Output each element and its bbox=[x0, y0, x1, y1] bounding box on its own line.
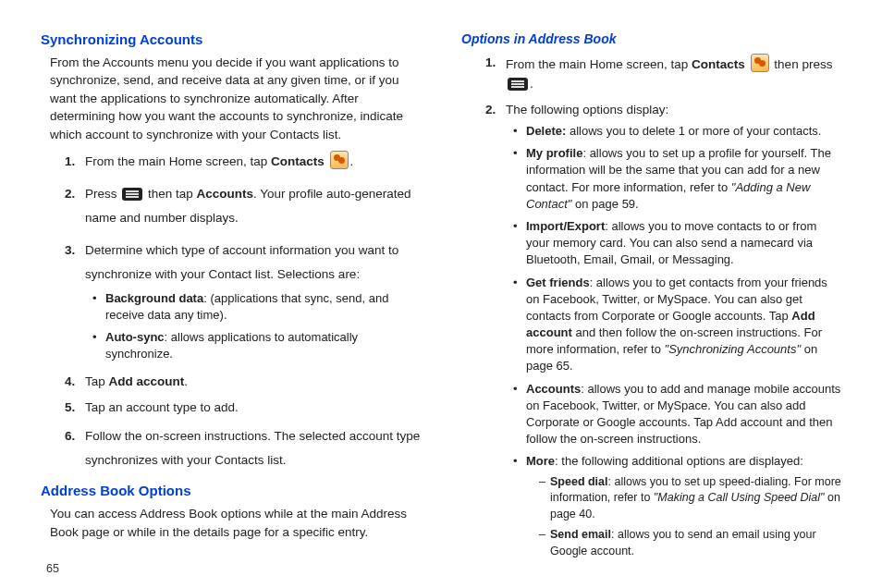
menu-icon bbox=[508, 78, 528, 91]
label: Import/Export bbox=[526, 219, 605, 233]
text: . bbox=[350, 154, 354, 168]
dash-speed-dial: Speed dial: allows you to set up speed-d… bbox=[539, 474, 841, 523]
text: Tap an account type to add. bbox=[85, 400, 239, 414]
heading-address-book-options: Address Book Options bbox=[41, 481, 421, 501]
text: then tap bbox=[144, 187, 196, 201]
options-bullets: Delete: allows you to delete 1 or more o… bbox=[506, 123, 841, 559]
sync-step-3: Determine which type of account informat… bbox=[65, 239, 421, 362]
add-account-label: Add account bbox=[109, 374, 185, 388]
bullet-my-profile: My profile: allows you to set up a profi… bbox=[513, 145, 841, 213]
right-column: Options in Address Book From the main Ho… bbox=[461, 26, 841, 571]
label: Background data bbox=[105, 291, 203, 305]
menu-icon bbox=[122, 188, 142, 201]
accounts-label: Accounts bbox=[197, 187, 254, 201]
label: Delete: bbox=[526, 124, 566, 138]
label: Accounts bbox=[526, 382, 581, 396]
bullet-more: More: the following additional options a… bbox=[513, 453, 841, 559]
address-book-intro: You can access Address Book options whil… bbox=[50, 505, 421, 541]
sync-step-6: Follow the on-screen instructions. The s… bbox=[65, 424, 421, 472]
text: Determine which type of account informat… bbox=[85, 243, 398, 281]
text: From the main Home screen, tap bbox=[506, 57, 692, 71]
bullet-get-friends: Get friends: allows you to get contacts … bbox=[513, 275, 841, 375]
left-column: Synchronizing Accounts From the Accounts… bbox=[41, 26, 421, 571]
sync-steps-list: From the main Home screen, tap Contacts … bbox=[41, 150, 421, 472]
bullet-accounts: Accounts: allows you to add and manage m… bbox=[513, 381, 841, 448]
text: then press bbox=[771, 57, 833, 71]
ref: "Synchronizing Accounts" bbox=[665, 342, 802, 356]
text: on page 59. bbox=[571, 197, 638, 211]
sync-step-1: From the main Home screen, tap Contacts … bbox=[65, 150, 421, 174]
ref: "Making a Call Using Speed Dial" bbox=[654, 491, 825, 504]
contacts-icon bbox=[330, 151, 349, 169]
text: . bbox=[184, 374, 188, 388]
sync-step-4: Tap Add account. bbox=[65, 373, 421, 391]
contacts-icon bbox=[751, 54, 769, 72]
label: Auto-sync bbox=[105, 330, 165, 344]
sync-step-2: Press then tap Accounts. Your profile au… bbox=[65, 182, 421, 229]
text: : the following additional options are d… bbox=[555, 454, 803, 468]
options-step-1: From the main Home screen, tap Contacts … bbox=[485, 54, 841, 93]
label: More bbox=[526, 454, 555, 468]
page-number: 65 bbox=[46, 562, 59, 575]
sync-step-5: Tap an account type to add. bbox=[65, 398, 421, 417]
options-step-2: The following options display: Delete: a… bbox=[485, 101, 841, 559]
label: My profile bbox=[526, 146, 582, 160]
bullet-import-export: Import/Export: allows you to move contac… bbox=[513, 218, 841, 269]
text: Tap bbox=[85, 374, 109, 388]
text: Follow the on-screen instructions. The s… bbox=[85, 429, 420, 467]
heading-sync-accounts: Synchronizing Accounts bbox=[41, 30, 421, 50]
contacts-label: Contacts bbox=[271, 154, 325, 168]
contacts-label: Contacts bbox=[692, 57, 745, 71]
sync-intro-text: From the Accounts menu you decide if you… bbox=[50, 54, 421, 144]
options-steps-list: From the main Home screen, tap Contacts … bbox=[461, 54, 841, 559]
label: Speed dial bbox=[550, 475, 608, 488]
text: The following options display: bbox=[506, 103, 668, 116]
dash-send-email: Send email: allows you to send an email … bbox=[539, 527, 841, 559]
text: From the main Home screen, tap bbox=[85, 154, 271, 168]
label: Get friends bbox=[526, 276, 590, 289]
more-sublist: Speed dial: allows you to set up speed-d… bbox=[526, 474, 841, 560]
text: allows you to delete 1 or more of your c… bbox=[566, 124, 821, 138]
bullet-auto-sync: Auto-sync: allows applications to automa… bbox=[92, 329, 421, 362]
heading-options-in-address-book: Options in Address Book bbox=[461, 30, 841, 48]
text: Press bbox=[85, 187, 120, 201]
bullet-delete: Delete: allows you to delete 1 or more o… bbox=[513, 123, 841, 140]
text: . bbox=[530, 77, 533, 91]
manual-page: Synchronizing Accounts From the Accounts… bbox=[0, 0, 882, 588]
bullet-background-data: Background data: (applications that sync… bbox=[92, 290, 421, 324]
label: Send email bbox=[550, 528, 611, 541]
sync-step-3-sublist: Background data: (applications that sync… bbox=[85, 290, 421, 363]
